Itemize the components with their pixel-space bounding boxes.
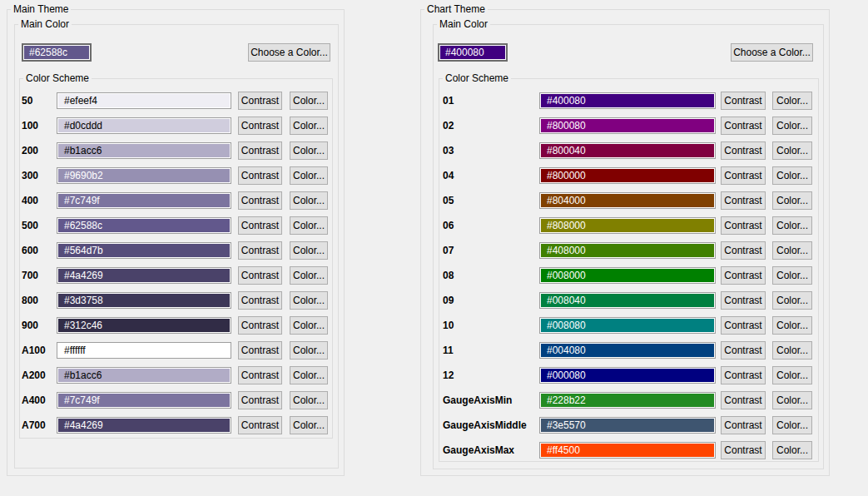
color-hex-field[interactable]: #7c749f <box>57 392 231 409</box>
contrast-button[interactable]: Contrast <box>721 391 766 409</box>
contrast-button[interactable]: Contrast <box>238 391 282 409</box>
contrast-button[interactable]: Contrast <box>238 191 282 210</box>
contrast-button[interactable]: Contrast <box>721 191 766 210</box>
color-button[interactable]: Color... <box>772 366 812 384</box>
color-hex-field[interactable]: #3d3758 <box>57 292 231 309</box>
color-button[interactable]: Color... <box>290 366 328 384</box>
color-hex-field[interactable]: #efeef4 <box>57 92 231 109</box>
color-hex-field[interactable]: #228b22 <box>539 392 716 409</box>
color-button[interactable]: Color... <box>772 291 812 310</box>
main-color-swatch-field[interactable]: #62588c <box>22 43 92 62</box>
color-button[interactable]: Color... <box>772 141 812 160</box>
contrast-button[interactable]: Contrast <box>238 117 282 135</box>
color-button[interactable]: Color... <box>290 92 328 110</box>
color-hex-field[interactable]: #000080 <box>539 367 716 384</box>
color-button[interactable]: Color... <box>772 441 812 459</box>
color-button[interactable]: Color... <box>772 266 812 285</box>
contrast-button[interactable]: Contrast <box>238 92 282 110</box>
color-button[interactable]: Color... <box>772 191 812 210</box>
color-button[interactable]: Color... <box>290 166 328 185</box>
contrast-button[interactable]: Contrast <box>238 316 282 335</box>
color-hex-field[interactable]: #3e5570 <box>539 417 716 434</box>
color-hex-field[interactable]: #9690b2 <box>57 167 231 184</box>
color-button[interactable]: Color... <box>290 241 328 260</box>
color-button[interactable]: Color... <box>290 291 328 310</box>
color-hex-field[interactable]: #008040 <box>539 292 716 309</box>
color-hex-field[interactable]: #b1acc6 <box>57 367 231 384</box>
contrast-button[interactable]: Contrast <box>238 366 282 384</box>
color-button[interactable]: Color... <box>290 391 328 409</box>
color-button[interactable]: Color... <box>772 241 812 260</box>
color-button[interactable]: Color... <box>290 416 328 434</box>
color-scheme-row: 11#004080ContrastColor... <box>439 342 818 359</box>
contrast-button[interactable]: Contrast <box>238 266 282 285</box>
color-hex-field[interactable]: #b1acc6 <box>57 142 231 159</box>
color-button[interactable]: Color... <box>772 166 812 185</box>
color-scheme-row: GaugeAxisMiddle#3e5570ContrastColor... <box>439 417 818 434</box>
scheme-key-label: GaugeAxisMin <box>443 394 539 406</box>
contrast-button[interactable]: Contrast <box>238 166 282 185</box>
color-hex-field[interactable]: #564d7b <box>57 242 231 259</box>
color-hex-field[interactable]: #800000 <box>539 167 716 184</box>
color-button[interactable]: Color... <box>290 316 328 335</box>
color-hex-field[interactable]: #7c749f <box>57 192 231 209</box>
color-scheme-row: 03#800040ContrastColor... <box>439 142 818 159</box>
color-hex-field[interactable]: #008080 <box>539 317 716 334</box>
color-hex-field[interactable]: #400080 <box>539 92 716 109</box>
color-button[interactable]: Color... <box>290 216 328 235</box>
color-hex-field[interactable]: #d0cddd <box>57 117 231 134</box>
color-button[interactable]: Color... <box>772 391 812 409</box>
color-button[interactable]: Color... <box>290 117 328 135</box>
contrast-button[interactable]: Contrast <box>721 341 766 360</box>
color-button[interactable]: Color... <box>290 266 328 285</box>
contrast-button[interactable]: Contrast <box>238 216 282 235</box>
color-hex-field[interactable]: #004080 <box>539 342 716 359</box>
contrast-button[interactable]: Contrast <box>721 166 766 185</box>
color-hex-field[interactable]: #408000 <box>539 242 716 259</box>
color-button[interactable]: Color... <box>290 191 328 210</box>
contrast-button[interactable]: Contrast <box>721 316 766 335</box>
contrast-button[interactable]: Contrast <box>721 241 766 260</box>
color-hex-field[interactable]: #ff4500 <box>539 442 716 459</box>
color-button[interactable]: Color... <box>772 416 812 434</box>
contrast-button[interactable]: Contrast <box>721 416 766 434</box>
contrast-button[interactable]: Contrast <box>721 291 766 310</box>
color-button[interactable]: Color... <box>290 141 328 160</box>
color-hex-field[interactable]: #800080 <box>539 117 716 134</box>
scheme-key-label: 01 <box>443 95 539 107</box>
color-button[interactable]: Color... <box>290 341 328 360</box>
color-hex-field[interactable]: #800040 <box>539 142 716 159</box>
color-button[interactable]: Color... <box>772 92 812 110</box>
contrast-button[interactable]: Contrast <box>238 341 282 360</box>
contrast-button[interactable]: Contrast <box>238 416 282 434</box>
contrast-button[interactable]: Contrast <box>721 141 766 160</box>
choose-color-button[interactable]: Choose a Color... <box>731 43 813 62</box>
scheme-key-label: 08 <box>443 270 539 281</box>
color-hex-field[interactable]: #804000 <box>539 192 716 209</box>
color-button[interactable]: Color... <box>772 117 812 135</box>
color-button[interactable]: Color... <box>772 316 812 335</box>
color-hex-field[interactable]: #ffffff <box>57 342 231 359</box>
contrast-button[interactable]: Contrast <box>721 92 766 110</box>
contrast-button[interactable]: Contrast <box>238 141 282 160</box>
color-hex-field[interactable]: #808000 <box>539 217 716 234</box>
contrast-button[interactable]: Contrast <box>238 241 282 260</box>
contrast-button[interactable]: Contrast <box>238 291 282 310</box>
main-color-swatch-field[interactable]: #400080 <box>438 43 508 62</box>
color-scheme-row: 500#62588cContrastColor... <box>20 217 332 234</box>
contrast-button[interactable]: Contrast <box>721 366 766 384</box>
choose-color-button[interactable]: Choose a Color... <box>248 43 330 62</box>
color-hex-field[interactable]: #4a4269 <box>57 417 231 434</box>
color-button[interactable]: Color... <box>772 341 812 360</box>
color-scheme-row: 01#400080ContrastColor... <box>439 92 818 109</box>
contrast-button[interactable]: Contrast <box>721 117 766 135</box>
color-hex-field[interactable]: #4a4269 <box>57 267 231 284</box>
color-scheme-row: 08#008000ContrastColor... <box>439 267 818 284</box>
color-hex-field[interactable]: #312c46 <box>57 317 231 334</box>
contrast-button[interactable]: Contrast <box>721 441 766 459</box>
color-button[interactable]: Color... <box>772 216 812 235</box>
color-hex-field[interactable]: #62588c <box>57 217 231 234</box>
color-hex-field[interactable]: #008000 <box>539 267 716 284</box>
contrast-button[interactable]: Contrast <box>721 216 766 235</box>
contrast-button[interactable]: Contrast <box>721 266 766 285</box>
